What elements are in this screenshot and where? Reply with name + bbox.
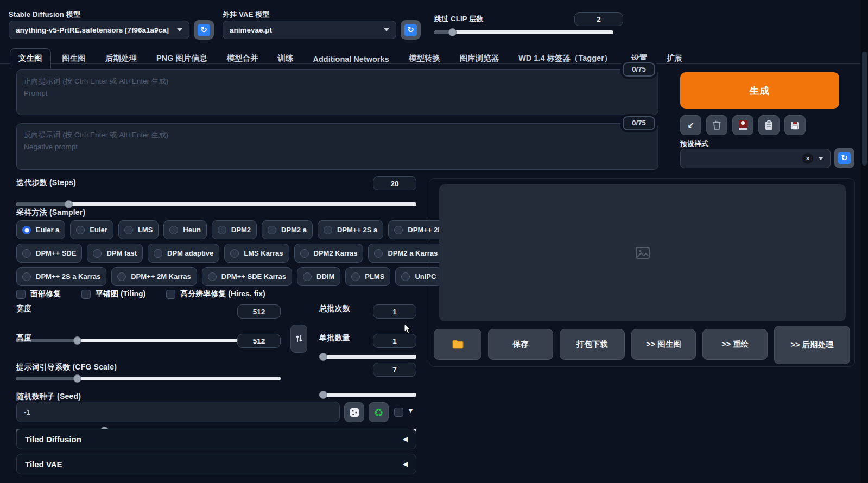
seed-input[interactable]: [16, 402, 340, 422]
clear-styles-icon[interactable]: ✕: [802, 153, 813, 164]
cfg-label: 提示词引导系数 (CFG Scale): [16, 363, 117, 372]
tiled-vae-accordion[interactable]: Tiled VAE ◀: [16, 454, 416, 474]
sampler-group: Euler a Euler LMS Heun DPM2 DPM2 a DPM++…: [16, 220, 416, 286]
styles-dropdown[interactable]: ✕: [680, 149, 831, 168]
sampler-option-euler[interactable]: Euler: [70, 220, 113, 239]
vae-refresh-button[interactable]: ↻: [401, 20, 421, 40]
clip-skip-slider[interactable]: [434, 28, 613, 36]
chevron-down-icon: [177, 28, 182, 31]
steps-slider[interactable]: [16, 200, 416, 208]
negative-prompt-input[interactable]: [16, 123, 658, 170]
slider-handle[interactable]: [319, 391, 327, 399]
seed-extra-checkbox[interactable]: [394, 408, 403, 417]
generate-button[interactable]: 生成: [680, 72, 839, 109]
vae-dropdown[interactable]: animevae.pt: [223, 21, 396, 39]
sampler-option-euler-a[interactable]: Euler a: [16, 220, 65, 239]
tab-extensions[interactable]: 扩展: [658, 49, 690, 68]
clipboard-icon: [765, 120, 773, 130]
sampler-option-ddim[interactable]: DDIM: [297, 267, 340, 286]
send-to-inpaint-button[interactable]: >> 重绘: [702, 329, 768, 360]
batch-count-slider[interactable]: [319, 353, 416, 361]
sampler-option-dpmpp-sde-karras[interactable]: DPM++ SDE Karras: [202, 267, 292, 286]
slider-handle[interactable]: [448, 28, 457, 36]
radio-icon: [268, 226, 276, 234]
prompt-tools-row: ↙: [680, 115, 806, 135]
sampler-option-lms[interactable]: LMS: [118, 220, 159, 239]
tiled-diffusion-accordion[interactable]: Tiled Diffusion ◀: [16, 429, 416, 449]
sampler-option-dpmpp-2s-a-karras[interactable]: DPM++ 2S a Karras: [16, 267, 106, 286]
zip-download-button[interactable]: 打包下载: [560, 329, 625, 360]
hires-fix-checkbox[interactable]: 高分辨率修复 (Hires. fix): [166, 289, 265, 299]
clear-prompt-button[interactable]: [706, 115, 727, 135]
random-seed-button[interactable]: [344, 402, 364, 422]
save-style-button[interactable]: [784, 115, 806, 135]
restore-faces-checkbox[interactable]: 面部修复: [16, 289, 61, 299]
batch-size-label: 单批数量: [319, 333, 350, 343]
sampler-option-dpm2-a[interactable]: DPM2 a: [262, 220, 313, 239]
tab-model-convert[interactable]: 模型转换: [401, 49, 448, 68]
tab-png-info[interactable]: PNG 图片信息: [148, 49, 215, 68]
model-refresh-button[interactable]: ↻: [194, 20, 214, 40]
steps-value[interactable]: 20: [373, 176, 416, 190]
slider-handle[interactable]: [319, 353, 327, 361]
sampler-option-plms[interactable]: PLMS: [345, 267, 390, 286]
tab-train[interactable]: 训练: [269, 49, 301, 68]
sampler-option-lms-karras[interactable]: LMS Karras: [224, 244, 289, 263]
prompt-input[interactable]: [16, 69, 658, 115]
tab-tagger[interactable]: WD 1.4 标签器（Tagger）: [510, 49, 620, 68]
tab-checkpoint-merger[interactable]: 模型合并: [218, 49, 266, 68]
checkbox-icon: [81, 290, 91, 299]
seed-extra-arrow-icon[interactable]: ▼: [407, 406, 414, 415]
read-params-button[interactable]: ↙: [680, 115, 701, 135]
slider-handle[interactable]: [73, 374, 81, 383]
batch-count-value[interactable]: 1: [373, 304, 416, 319]
tab-extras[interactable]: 后期处理: [97, 49, 145, 68]
open-folder-button[interactable]: [434, 329, 481, 360]
radio-icon: [22, 226, 31, 234]
scrollbar-thumb[interactable]: [862, 52, 867, 166]
slider-track[interactable]: [319, 393, 416, 397]
sampler-option-dpm2[interactable]: DPM2: [212, 220, 257, 239]
radio-icon: [303, 272, 312, 281]
styles-refresh-button[interactable]: ↻: [834, 148, 854, 168]
reuse-seed-button[interactable]: ♻: [369, 402, 389, 422]
tiling-checkbox[interactable]: 平铺图 (Tiling): [81, 289, 145, 299]
sampler-option-dpmpp-sde[interactable]: DPM++ SDE: [16, 244, 82, 263]
slider-handle[interactable]: [73, 336, 81, 345]
model-dropdown[interactable]: anything-v5-PrtRE.safetensors [7f96a1a9c…: [9, 21, 189, 39]
width-value[interactable]: 512: [237, 304, 281, 319]
swap-dimensions-button[interactable]: [290, 325, 307, 353]
slider-track[interactable]: [16, 202, 416, 206]
slider-track[interactable]: [434, 30, 613, 34]
slider-track[interactable]: [319, 355, 416, 359]
cfg-value[interactable]: 7: [373, 363, 416, 377]
send-to-extras-button[interactable]: >> 后期处理: [774, 326, 850, 364]
tab-image-browser[interactable]: 图库浏览器: [452, 49, 508, 68]
tab-img2img[interactable]: 图生图: [54, 49, 94, 68]
sampler-option-dpmpp-2s-a[interactable]: DPM++ 2S a: [318, 220, 383, 239]
extra-networks-button[interactable]: [732, 115, 753, 135]
save-image-button[interactable]: 保存: [488, 329, 553, 360]
sampler-option-heun[interactable]: Heun: [163, 220, 207, 239]
sampler-option-dpm2-karras[interactable]: DPM2 Karras: [294, 244, 364, 263]
folder-icon: [452, 340, 464, 349]
clip-skip-value[interactable]: 2: [574, 12, 623, 26]
sampler-option-dpm-adaptive[interactable]: DPM adaptive: [148, 244, 219, 263]
sampler-option-dpmpp-2m-karras[interactable]: DPM++ 2M Karras: [111, 267, 197, 286]
checkbox-icon: [16, 290, 26, 299]
accordion-title: Tiled Diffusion: [25, 435, 81, 444]
batch-size-slider[interactable]: [319, 391, 416, 399]
sampler-option-dpm-fast[interactable]: DPM fast: [87, 244, 143, 263]
height-slider[interactable]: [16, 374, 281, 383]
batch-size-value[interactable]: 1: [373, 334, 416, 348]
clip-skip-label: 跳过 CLIP 层数: [434, 14, 484, 24]
height-value[interactable]: 512: [237, 334, 281, 348]
tab-txt2img[interactable]: 文生图: [10, 48, 51, 69]
send-to-img2img-button[interactable]: >> 图生图: [631, 329, 696, 360]
scrollbar[interactable]: [861, 0, 868, 483]
slider-handle[interactable]: [65, 200, 73, 208]
tab-additional-networks[interactable]: Additional Networks: [305, 50, 397, 68]
recycle-icon: ♻: [374, 407, 384, 418]
apply-style-button[interactable]: [758, 115, 780, 135]
vae-dropdown-value: animevae.pt: [230, 26, 272, 34]
